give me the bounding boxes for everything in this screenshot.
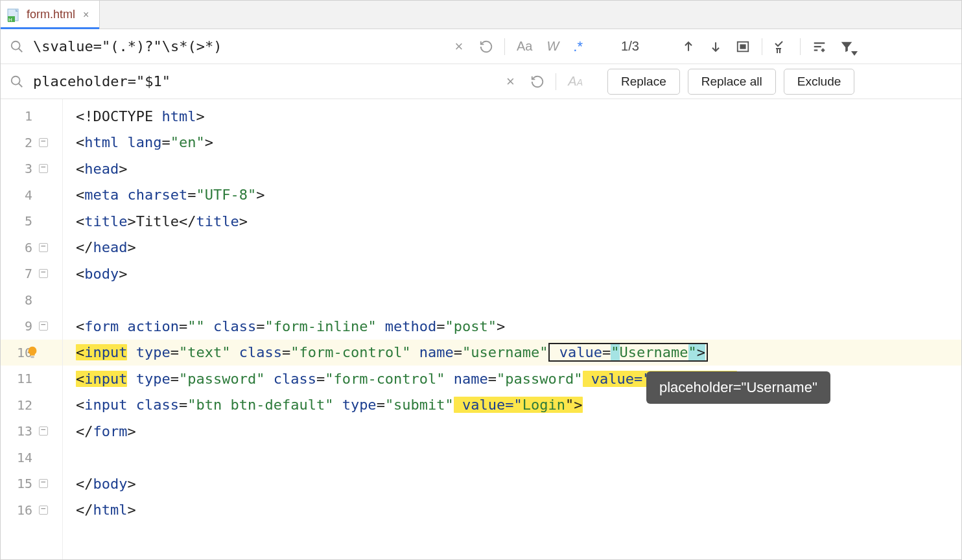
line-gutter: 1 2 3 4 5 6 7 8 9 10 11 12 13 14 15 16	[1, 99, 63, 559]
line-num: 4	[1, 182, 62, 209]
svg-point-3	[12, 41, 20, 49]
code-line[interactable]: <meta charset="UTF-8">	[63, 182, 961, 209]
regex-toggle[interactable]: .*	[570, 37, 585, 56]
whole-word-toggle[interactable]: W	[544, 38, 561, 55]
line-num: 16	[1, 497, 62, 524]
svg-rect-11	[776, 48, 781, 49]
filter-icon[interactable]	[838, 38, 855, 55]
line-num: 7	[1, 261, 62, 287]
replace-bar: × AA Replace Replace all Exclude	[1, 64, 961, 99]
fold-icon[interactable]	[39, 164, 48, 173]
line-num: 5	[1, 208, 62, 235]
html-file-icon: H	[7, 8, 21, 22]
code-area[interactable]: <!DOCTYPE html> <html lang="en"> <head> …	[63, 99, 961, 559]
line-num: 2	[1, 130, 62, 156]
replace-preview-tooltip: placeholder="Username"	[646, 371, 830, 404]
code-editor[interactable]: 1 2 3 4 5 6 7 8 9 10 11 12 13 14 15 16 <…	[1, 99, 961, 559]
exclude-button[interactable]: Exclude	[784, 69, 855, 95]
line-num: 8	[1, 287, 62, 314]
next-match-icon[interactable]	[707, 38, 724, 55]
replace-all-button[interactable]: Replace all	[688, 69, 776, 95]
fold-icon[interactable]	[39, 243, 48, 252]
intention-bulb-icon[interactable]	[25, 345, 40, 360]
svg-line-18	[19, 83, 23, 87]
line-num: 14	[1, 445, 62, 471]
line-num: 9	[1, 313, 62, 340]
fold-icon[interactable]	[39, 426, 48, 436]
preserve-case-toggle[interactable]: AA	[565, 73, 585, 90]
fold-icon[interactable]	[39, 138, 48, 147]
line-num: 3	[1, 156, 62, 182]
match-case-toggle[interactable]: Aa	[514, 38, 535, 55]
fold-icon[interactable]	[39, 479, 48, 488]
search-match: value="Login">	[454, 397, 583, 413]
svg-rect-19	[30, 356, 34, 358]
svg-text:H: H	[8, 17, 12, 22]
history-replace-icon[interactable]	[528, 73, 546, 91]
find-input[interactable]	[33, 38, 450, 54]
code-line[interactable]: </html>	[63, 497, 961, 524]
code-line[interactable]: <html lang="en">	[63, 130, 961, 156]
line-num: 11	[1, 366, 62, 392]
code-line[interactable]: <input type="text" class="form-control" …	[63, 340, 961, 366]
code-line[interactable]: </head>	[63, 235, 961, 261]
line-num: 12	[1, 392, 62, 419]
find-bar: × Aa W .* 1/3	[1, 29, 961, 64]
code-line[interactable]: </body>	[63, 471, 961, 497]
svg-rect-8	[740, 44, 745, 49]
code-line[interactable]: <!DOCTYPE html>	[63, 103, 961, 130]
code-line[interactable]: <form action="" class="form-inline" meth…	[63, 313, 961, 340]
line-num: 1	[1, 103, 62, 130]
svg-point-17	[12, 76, 20, 84]
code-line[interactable]	[63, 287, 961, 314]
svg-line-4	[19, 48, 23, 52]
fold-icon[interactable]	[39, 321, 48, 331]
replace-button[interactable]: Replace	[607, 69, 680, 95]
prev-match-icon[interactable]	[680, 38, 697, 55]
clear-find-icon[interactable]: ×	[450, 38, 468, 56]
tab-bar: H form.html ×	[1, 1, 961, 29]
line-num: 6	[1, 235, 62, 261]
code-line[interactable]: <head>	[63, 156, 961, 182]
fold-icon[interactable]	[39, 506, 48, 515]
history-find-icon[interactable]	[477, 38, 495, 56]
replace-search-icon[interactable]	[10, 75, 28, 89]
editor-tab[interactable]: H form.html ×	[1, 1, 100, 29]
current-match: value="Username">	[548, 343, 708, 362]
clear-replace-icon[interactable]: ×	[501, 73, 519, 91]
match-count: 1/3	[607, 39, 653, 54]
tab-filename: form.html	[27, 8, 75, 21]
code-line[interactable]: <body>	[63, 261, 961, 287]
add-selection-icon[interactable]	[773, 38, 790, 55]
close-tab-icon[interactable]: ×	[80, 8, 91, 22]
line-num: 15	[1, 471, 62, 497]
select-all-icon[interactable]	[734, 38, 751, 55]
filter-settings-icon[interactable]	[811, 38, 828, 55]
search-icon[interactable]	[10, 40, 28, 54]
code-line[interactable]	[63, 445, 961, 471]
line-num: 13	[1, 418, 62, 445]
code-line[interactable]: </form>	[63, 418, 961, 445]
fold-icon[interactable]	[39, 269, 48, 278]
replace-input[interactable]	[33, 73, 501, 89]
code-line[interactable]: <title>Title</title>	[63, 208, 961, 235]
